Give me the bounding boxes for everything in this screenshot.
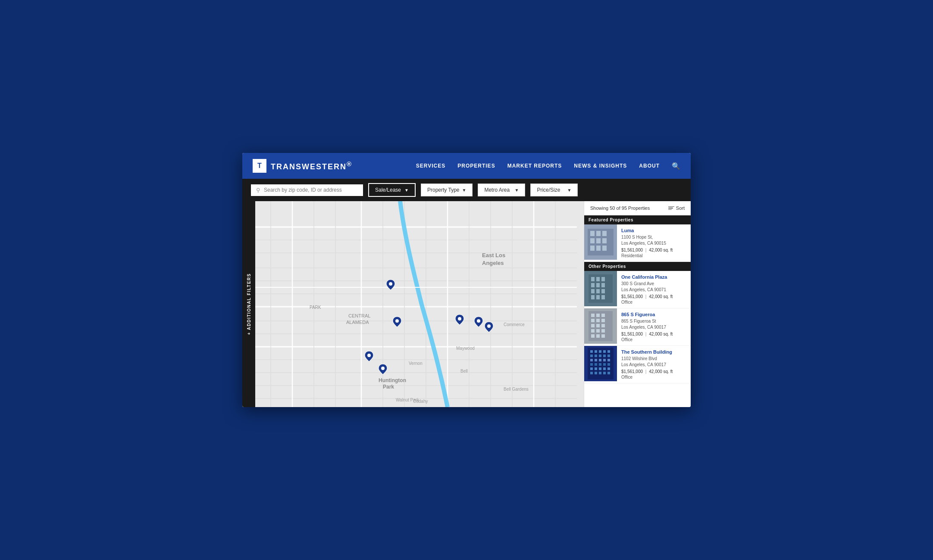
nav-news-insights[interactable]: NEWS & INSIGHTS [574,163,627,169]
svg-rect-100 [590,355,593,357]
map-area[interactable]: East Los Angeles CENTRAL ALAMEDA Hunting… [242,201,584,407]
svg-text:Maywood: Maywood [456,346,475,351]
nav-market-reports[interactable]: MARKET REPORTS [507,163,562,169]
svg-text:Angeles: Angeles [482,260,504,266]
svg-rect-114 [607,363,610,366]
property-type-luma: Residential [621,253,686,258]
metro-area-label: Metro Area [484,187,510,193]
search-icon[interactable]: 🔍 [672,162,680,170]
property-card-one-california[interactable]: One California Plaza 300 S Grand Ave Los… [584,271,691,308]
svg-rect-73 [591,295,595,299]
svg-rect-108 [603,359,606,361]
svg-rect-116 [595,367,597,370]
browser-window: T TRANSWESTERN® SERVICES PROPERTIES MARK… [242,153,691,407]
property-type-label: Property Type [427,187,459,193]
logo-icon: T [253,159,266,173]
svg-point-44 [389,282,392,286]
svg-point-49 [367,354,371,357]
property-type-filter[interactable]: Property Type ▼ [421,184,473,196]
property-panel: Showing 50 of 95 Properties Sort Feature… [584,201,691,407]
search-input[interactable] [264,187,350,193]
svg-point-47 [477,319,480,323]
svg-rect-0 [249,201,577,407]
search-icon-small: ⚲ [256,187,260,193]
nav-properties[interactable]: PROPERTIES [457,163,495,169]
svg-rect-84 [591,324,595,327]
svg-rect-90 [591,334,595,338]
property-address-southern-building: 1102 Wilshire Blvd Los Angeles, CA 90017 [621,356,686,368]
additional-filters-label: + ADDITIONAL FILTERS [247,273,251,335]
svg-rect-65 [596,277,600,281]
svg-rect-104 [607,355,610,357]
property-name-southern-building: The Southern Building [621,349,686,355]
svg-rect-57 [596,238,601,243]
property-image-one-california [584,271,617,306]
svg-rect-89 [601,329,605,333]
main-content: + ADDITIONAL FILTERS [242,201,691,407]
svg-text:Park: Park [383,384,394,390]
svg-rect-67 [591,283,595,287]
svg-text:Huntington: Huntington [379,377,406,383]
svg-rect-82 [596,319,600,322]
svg-rect-123 [603,372,606,374]
featured-section-label: Featured Properties [584,215,691,224]
property-type-southern-building: Office [621,375,686,380]
price-size-filter[interactable]: Price/Size ▼ [530,184,578,196]
svg-rect-124 [607,372,610,374]
svg-rect-79 [596,314,600,317]
svg-rect-68 [596,283,600,287]
svg-rect-118 [603,367,606,370]
svg-rect-120 [590,372,593,374]
svg-rect-91 [596,334,600,338]
svg-rect-60 [596,246,601,251]
property-card-luma[interactable]: Luma 1100 S Hope St, Los Angeles, CA 900… [584,224,691,262]
svg-rect-121 [595,372,597,374]
chevron-down-icon: ▼ [514,188,519,193]
svg-rect-83 [601,319,605,322]
svg-rect-107 [599,359,601,361]
svg-point-45 [395,319,399,323]
nav-services[interactable]: SERVICES [416,163,445,169]
svg-rect-81 [591,319,595,322]
property-info-luma: Luma 1100 S Hope St, Los Angeles, CA 900… [617,224,691,261]
svg-text:CENTRAL: CENTRAL [348,313,370,318]
svg-rect-119 [607,367,610,370]
svg-rect-95 [590,350,593,353]
svg-rect-103 [603,355,606,357]
svg-point-48 [487,324,491,328]
search-input-wrap: ⚲ [251,184,363,196]
logo-text: TRANSWESTERN® [271,160,352,171]
svg-rect-105 [590,359,593,361]
svg-rect-102 [599,355,601,357]
svg-rect-99 [607,350,610,353]
svg-rect-71 [596,289,600,293]
additional-filters-sidebar[interactable]: + ADDITIONAL FILTERS [242,201,255,407]
svg-rect-112 [599,363,601,366]
svg-point-50 [381,367,385,370]
svg-rect-98 [603,350,606,353]
property-name-865-figueroa: 865 S Figueroa [621,312,686,317]
nav-about[interactable]: ABOUT [639,163,660,169]
svg-rect-54 [596,231,601,236]
property-type-one-california: Office [621,300,686,305]
svg-rect-122 [599,372,601,374]
svg-rect-69 [601,283,605,287]
sale-lease-filter[interactable]: Sale/Lease ▼ [368,183,416,197]
property-image-southern-building [584,346,617,381]
svg-text:Bell: Bell [460,369,468,373]
svg-rect-55 [602,231,607,236]
property-card-southern-building[interactable]: The Southern Building 1102 Wilshire Blvd… [584,346,691,383]
metro-area-filter[interactable]: Metro Area ▼ [478,184,525,196]
svg-rect-56 [590,238,595,243]
nav-links: SERVICES PROPERTIES MARKET REPORTS NEWS … [416,162,680,170]
property-address-865-figueroa: 865 S Figueroa St Los Angeles, CA 90017 [621,318,686,330]
property-card-865-figueroa[interactable]: 865 S Figueroa 865 S Figueroa St Los Ang… [584,308,691,346]
svg-rect-70 [591,289,595,293]
svg-rect-96 [595,350,597,353]
sort-button[interactable]: Sort [668,205,685,211]
showing-count: Showing 50 of 95 Properties [590,205,650,211]
property-info-one-california: One California Plaza 300 S Grand Ave Los… [617,271,691,308]
svg-rect-78 [591,314,595,317]
svg-rect-58 [602,238,607,243]
sort-icon [668,206,674,210]
